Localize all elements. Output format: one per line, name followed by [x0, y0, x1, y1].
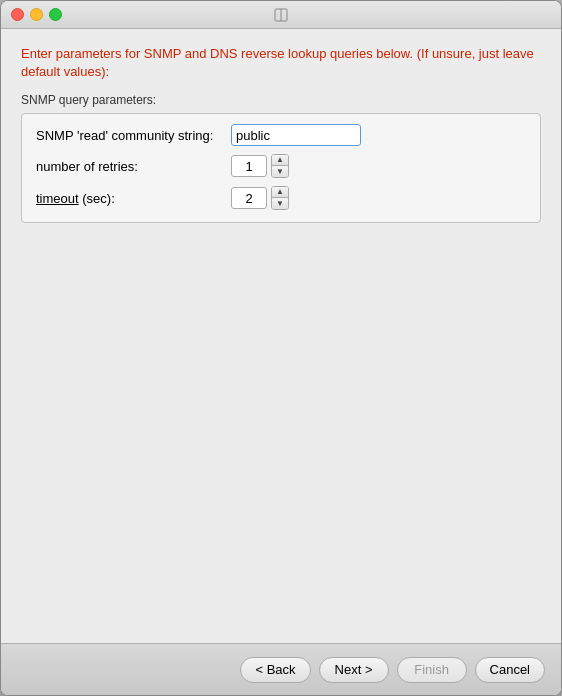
retries-down-button[interactable]: ▼ — [272, 166, 288, 177]
timeout-row: timeout (sec): 2 ▲ ▼ — [36, 186, 526, 210]
timeout-down-button[interactable]: ▼ — [272, 198, 288, 209]
timeout-spinner: 2 ▲ ▼ — [231, 186, 289, 210]
community-string-row: SNMP 'read' community string: — [36, 124, 526, 146]
params-box: SNMP 'read' community string: number of … — [21, 113, 541, 223]
section-label: SNMP query parameters: — [21, 93, 541, 107]
titlebar — [1, 1, 561, 29]
timeout-spinner-buttons: ▲ ▼ — [271, 186, 289, 210]
next-button[interactable]: Next > — [319, 657, 389, 683]
window-controls — [11, 8, 62, 21]
timeout-label-suffix: (sec): — [79, 191, 115, 206]
minimize-button[interactable] — [30, 8, 43, 21]
intro-text: Enter parameters for SNMP and DNS revers… — [21, 45, 541, 81]
retries-row: number of retries: 1 ▲ ▼ — [36, 154, 526, 178]
timeout-value: 2 — [231, 187, 267, 209]
window-icon — [273, 7, 289, 23]
timeout-label-underline: timeout — [36, 191, 79, 206]
timeout-up-button[interactable]: ▲ — [272, 187, 288, 198]
retries-label: number of retries: — [36, 159, 231, 174]
content-area: Enter parameters for SNMP and DNS revers… — [1, 29, 561, 643]
main-window: Enter parameters for SNMP and DNS revers… — [0, 0, 562, 696]
back-button[interactable]: < Back — [240, 657, 310, 683]
retries-value: 1 — [231, 155, 267, 177]
retries-up-button[interactable]: ▲ — [272, 155, 288, 166]
close-button[interactable] — [11, 8, 24, 21]
cancel-button[interactable]: Cancel — [475, 657, 545, 683]
retries-spinner-buttons: ▲ ▼ — [271, 154, 289, 178]
timeout-label: timeout (sec): — [36, 191, 231, 206]
community-string-input[interactable] — [231, 124, 361, 146]
maximize-button[interactable] — [49, 8, 62, 21]
finish-button[interactable]: Finish — [397, 657, 467, 683]
community-string-label: SNMP 'read' community string: — [36, 128, 231, 143]
footer: < Back Next > Finish Cancel — [1, 643, 561, 695]
retries-spinner: 1 ▲ ▼ — [231, 154, 289, 178]
